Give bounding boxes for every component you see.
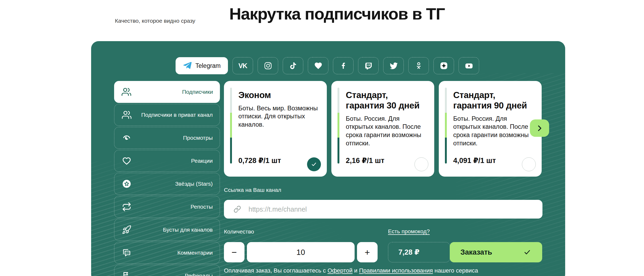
check-icon [523,248,531,256]
tab-likee[interactable] [308,57,328,74]
check-icon [311,161,317,168]
twitch-icon [364,62,373,70]
likee-heart-icon [314,61,323,70]
order-button[interactable]: Заказать [450,242,542,262]
plan-cards: Эконом Боты. Весь мир. Возможны отписки.… [224,81,542,177]
plan-price: 4,091 ₽/1 шт [453,156,496,165]
plan-progress-bar [230,88,232,164]
rocket-icon [122,225,131,235]
channel-link-input[interactable] [248,200,542,219]
terms-note: Оплачивая заказ, Вы соглашаетесь с Оферт… [224,267,478,274]
plan-radio[interactable] [414,157,428,171]
sidebar-item-reactions[interactable]: Звёзды (Stars) Реакции [114,150,220,172]
sidebar-item-label: Звёзды (Stars) [175,181,213,187]
plan-radio[interactable] [522,157,536,171]
flag-icon [122,271,131,276]
plan-card-standard-30[interactable]: Стандарт, гарантия 30 дней Боты. Россия.… [331,81,434,177]
network-tabs: Telegram VK [176,57,479,74]
next-plans-button[interactable] [530,119,549,137]
users-icon [122,110,131,120]
users-icon [122,87,131,97]
plan-progress-bar [445,88,447,164]
quantity-minus-button[interactable]: − [224,242,245,262]
sidebar-item-subscribers[interactable]: Подписчики [114,81,220,103]
sidebar-item-label: Комментарии [177,250,213,256]
tab-twitter[interactable] [383,57,404,74]
sidebar-item-label: Подписчики [182,89,213,95]
plan-description: Боты. Россия. Для открытых каналов. Посл… [331,115,426,147]
tab-dzen[interactable] [433,57,454,74]
sidebar-item-subscribers-private[interactable]: Подписчики в приват канал [114,104,220,126]
dzen-icon [439,61,448,70]
plan-card-econom[interactable]: Эконом Боты. Весь мир. Возможны отписки.… [224,81,327,177]
telegram-icon [183,61,192,71]
plan-price: 2,16 ₽/1 шт [346,156,385,165]
sidebar-item-label: Реакции [191,158,213,164]
odnoklassniki-icon [414,61,423,70]
facebook-icon [339,62,347,70]
plan-price: 0,728 ₽/1 шт [238,156,281,165]
plan-title: Стандарт, гарантия 30 дней [331,81,421,111]
tab-vk[interactable]: VK [232,57,253,74]
plan-title: Эконом [224,81,313,100]
tab-tiktok[interactable] [283,57,303,74]
comments-icon [122,248,131,258]
tiktok-icon [289,62,297,70]
tab-telegram[interactable]: Telegram [176,57,228,74]
sidebar-item-boosts[interactable]: Бусты для каналов [114,219,220,241]
promo-code-link[interactable]: Есть промокод? [388,228,430,235]
sidebar-item-comments[interactable]: Комментарии [114,242,220,264]
sidebar-item-referrals[interactable]: Рефералы [114,265,220,276]
tab-youtube[interactable] [459,57,479,74]
sidebar-item-reposts[interactable]: Репосты [114,196,220,218]
sidebar-item-stars[interactable]: Звёзды (Stars) [114,173,220,195]
offer-link[interactable]: Офертой [328,267,353,274]
terms-text: Оплачивая заказ, Вы соглашаетесь с [224,267,328,274]
star-icon [122,179,131,189]
total-price-box: 7,28 ₽ [388,242,450,262]
chevron-right-icon [536,124,544,132]
instagram-icon [264,61,272,70]
twitter-icon [389,61,398,70]
tab-telegram-label: Telegram [195,62,221,69]
tab-twitch[interactable] [358,57,379,74]
plan-card-standard-90[interactable]: Стандарт, гарантия 90 дней Боты. Россия.… [439,81,542,177]
terms-text: и [352,267,359,274]
eye-icon [122,133,131,143]
plan-progress-bar [337,88,339,164]
sidebar-item-label: Просмотры [183,135,213,141]
order-panel: Telegram VK [91,41,565,276]
channel-link-label: Ссылка на Ваш канал [224,187,281,193]
tab-odnoklassniki[interactable] [408,57,429,74]
heart-icon [122,156,131,166]
quantity-plus-button[interactable]: + [357,242,378,262]
sidebar-item-label: Репосты [191,204,213,210]
page: Качество, которое видно сразу Накрутка п… [0,0,644,276]
terms-text: нашего сервиса [433,267,478,274]
quantity-label: Количество [224,228,254,235]
tagline: Качество, которое видно сразу [115,18,195,24]
page-title: Накрутка подписчиков в ТГ [229,4,445,23]
tab-instagram[interactable] [258,57,278,74]
rules-link[interactable]: Правилами использования [359,267,433,274]
sidebar-item-label: Бусты для каналов [163,227,213,233]
channel-link-field[interactable] [224,200,542,219]
repost-icon [122,202,131,212]
sidebar-item-label: Подписчики в приват канал [141,112,213,118]
plan-description: Боты. Россия. Для открытых каналов. Посл… [439,115,533,147]
service-sidebar: Подписчики Подписчики в приват канал Про… [114,81,220,276]
plan-selected-radio[interactable] [307,157,321,171]
sidebar-item-label: Рефералы [185,273,213,276]
order-button-label: Заказать [460,248,492,256]
tab-facebook[interactable] [333,57,354,74]
quantity-input[interactable] [247,242,355,262]
plan-description: Боты. Весь мир. Возможны отписки. Для от… [224,104,319,129]
sidebar-item-views[interactable]: Просмотры [114,127,220,149]
plan-title: Стандарт, гарантия 90 дней [439,81,528,111]
vk-icon: VK [238,62,247,70]
youtube-icon [464,61,474,70]
total-price: 7,28 ₽ [398,248,420,256]
link-icon [234,205,241,213]
